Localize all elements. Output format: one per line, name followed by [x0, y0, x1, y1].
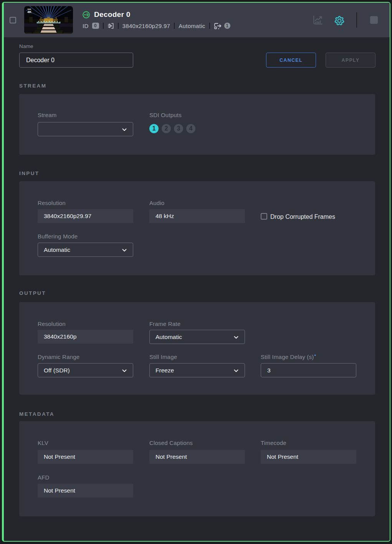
svg-text:4K: 4K: [27, 10, 32, 14]
